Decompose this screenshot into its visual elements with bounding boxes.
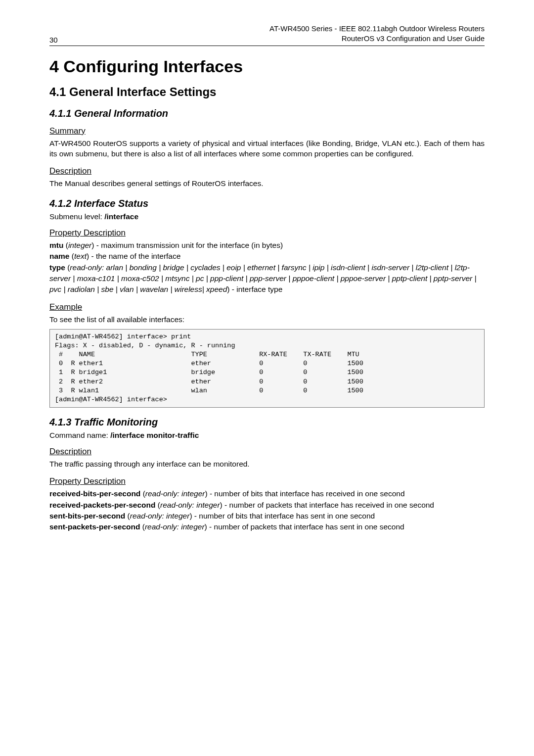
command-name-value: /interface monitor-traffic [110, 431, 199, 439]
prop-spps-key: sent-packets-per-second [49, 522, 140, 531]
submenu-label: Submenu level: [49, 212, 104, 221]
heading-sub-412: 4.1.2 Interface Status [49, 198, 485, 209]
heading-property-description-413: Property Description [49, 476, 485, 486]
page-header: 30 AT-WR4500 Series - IEEE 802.11abgh Ou… [49, 24, 485, 46]
heading-example: Example [49, 302, 485, 312]
description-text-411: The Manual describes general settings of… [49, 178, 485, 189]
prop-rbps-key: received-bits-per-second [49, 489, 140, 498]
property-block-413: received-bits-per-second (read-only: int… [49, 488, 485, 533]
page-number: 30 [49, 36, 58, 44]
header-title-line2: RouterOS v3 Configuration and User Guide [269, 34, 485, 44]
prop-name-key: name [49, 252, 70, 260]
command-name: Command name: /interface monitor-traffic [49, 431, 485, 440]
code-block-interface-print: [admin@AT-WR4562] interface> print Flags… [49, 329, 485, 408]
description-text-413: The traffic passing through any interfac… [49, 459, 485, 470]
prop-rpps-text: (read-only: integer) - number of packets… [156, 501, 434, 509]
prop-sbps-text: (read-only: integer) - number of bits th… [125, 512, 375, 520]
heading-sub-411: 4.1.1 General Information [49, 108, 485, 119]
heading-description-413: Description [49, 447, 485, 457]
page-header-right: AT-WR4500 Series - IEEE 802.11abgh Outdo… [269, 24, 485, 44]
heading-section-41: 4.1 General Interface Settings [49, 85, 485, 99]
prop-rbps-text: (read-only: integer) - number of bits th… [140, 489, 404, 498]
heading-chapter: 4 Configuring Interfaces [49, 57, 485, 76]
prop-mtu-key: mtu [49, 241, 63, 249]
example-intro: To see the list of all available interfa… [49, 314, 485, 325]
prop-rpps-key: received-packets-per-second [49, 501, 156, 509]
document-page: 30 AT-WR4500 Series - IEEE 802.11abgh Ou… [0, 0, 534, 756]
heading-property-description-412: Property Description [49, 228, 485, 238]
property-block-412: mtu (integer) - maximum transmission uni… [49, 240, 485, 295]
heading-summary: Summary [49, 126, 485, 136]
header-title-line1: AT-WR4500 Series - IEEE 802.11abgh Outdo… [269, 24, 485, 34]
prop-type-key: type [49, 263, 65, 272]
summary-text: AT-WR4500 RouterOS supports a variety of… [49, 138, 485, 159]
heading-description-411: Description [49, 166, 485, 176]
prop-name-text: (text) - the name of the interface [70, 252, 181, 260]
prop-mtu-text: (integer) - maximum transmission unit fo… [63, 241, 283, 249]
prop-type-post: ) - interface type [227, 285, 282, 293]
submenu-value: /interface [104, 212, 138, 221]
command-name-label: Command name: [49, 431, 110, 439]
prop-sbps-key: sent-bits-per-second [49, 512, 125, 520]
heading-sub-413: 4.1.3 Traffic Monitoring [49, 417, 485, 428]
submenu-level: Submenu level: /interface [49, 212, 485, 221]
prop-type-pre: ( [65, 263, 70, 272]
prop-spps-text: (read-only: integer) - number of packets… [140, 522, 404, 531]
